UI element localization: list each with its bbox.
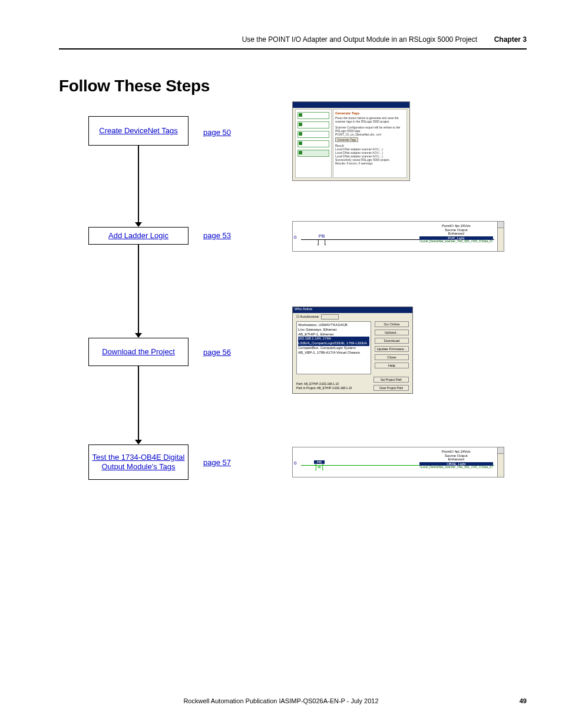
header-chapter: Chapter 3 [494, 35, 527, 44]
contact-label: PB [316, 233, 327, 239]
flow-step-download-project[interactable]: Download the Project [88, 338, 189, 366]
rung-number: 0 [294, 460, 296, 466]
flow-step-label: Test the 1734-OB4E Digital Output Module… [91, 453, 186, 472]
header-rule [59, 48, 527, 50]
clear-project-path-button[interactable]: Clear Project Path [373, 385, 409, 391]
flow-step-add-ladder-logic[interactable]: Add Ladder Logic [88, 227, 189, 245]
flow-step-label: Download the Project [102, 347, 175, 357]
rung-number: 0 [294, 235, 296, 240]
wizard-main-panel: Generate Tags Press the button below to … [333, 109, 407, 178]
flow-step-label: Create DeviceNet Tags [99, 126, 177, 136]
flow-arrowhead [135, 222, 142, 227]
flow-step-create-devicenet-tags[interactable]: Create DeviceNet Tags [88, 116, 189, 146]
window-titlebar: Who Active [293, 307, 412, 313]
wizard-step [297, 140, 329, 147]
page-number: 49 [520, 697, 527, 704]
flow-connector [138, 366, 139, 440]
rung-output-instr: PointIO 4pt 24Vdc Source Output Enhanced… [419, 224, 493, 243]
download-button[interactable]: Download [375, 338, 409, 344]
flow-arrowhead [135, 440, 142, 444]
running-header: Use the POINT I/O Adapter and Output Mod… [242, 35, 527, 44]
wizard-step [297, 121, 329, 129]
generate-tags-button[interactable]: Generate Tags [335, 137, 358, 142]
scrollbar[interactable] [497, 447, 504, 477]
instr-tag-long: <Local_DeviceNet_scanner_7AD_S01_OV0_O:D… [419, 466, 493, 469]
window-title: Who Active [295, 307, 312, 311]
window-titlebar [293, 102, 409, 108]
tree-node-selected[interactable]: 192.168.1.104, 1769-L32E/A_CompactLogix5… [298, 337, 369, 346]
screenshot-who-active: Who Active ☑ Autobrowse Workstation, USM… [292, 307, 413, 394]
rung-output-instr: PointIO 4pt 24Vdc Source Output Enhanced… [419, 450, 493, 469]
flow-arrowhead [135, 333, 142, 338]
publication-footer: Rockwell Automation Publication IASIMP-Q… [0, 697, 562, 704]
tree-node[interactable]: AB_VBP-1, 1789-A17/A Virtual Chassis [298, 351, 369, 355]
tree-node[interactable]: CompactBus, CompactLogix System [298, 346, 369, 351]
flow-step-label: Add Ladder Logic [108, 231, 168, 241]
set-project-path-button[interactable]: Set Project Path [373, 377, 409, 383]
screenshot-generate-tags: Generate Tags Press the button below to … [292, 101, 410, 181]
wizard-scanner-line: Scanner Configuration export will be wri… [335, 126, 405, 136]
screenshot-ladder-rung-test: 0 PB ]=[ PointIO 4pt 24Vdc Source Output… [292, 447, 504, 477]
wizard-step-active [297, 150, 329, 157]
flow-connector [138, 245, 139, 333]
page-title: Follow These Steps [59, 77, 210, 95]
refresh-button[interactable] [321, 314, 339, 319]
page-ref-link[interactable]: page 50 [203, 128, 231, 137]
go-online-button[interactable]: Go Online [375, 321, 409, 327]
update-firmware-button[interactable]: Update Firmware... [375, 346, 409, 352]
tree-node[interactable]: AB_ETHIP-1, Ethernet [298, 332, 369, 337]
scrollbar[interactable] [497, 222, 504, 251]
scroll-up-icon[interactable] [498, 447, 504, 454]
page-ref-link[interactable]: page 53 [203, 231, 231, 240]
flow-step-test-module-tags[interactable]: Test the 1734-OB4E Digital Output Module… [88, 444, 189, 480]
tree-node[interactable]: Linx Gateways, Ethernet [298, 328, 369, 332]
wizard-subtext: Press the button below to generate and s… [335, 116, 405, 123]
help-button[interactable]: Help [375, 363, 409, 368]
screenshot-ladder-rung: 0 PB ] [ PointIO 4pt 24Vdc Source Output… [292, 221, 504, 252]
xio-contact-icon: ]=[ [314, 464, 325, 470]
scroll-up-icon[interactable] [498, 222, 504, 228]
wizard-step [297, 131, 329, 138]
device-tree[interactable]: Workstation, USMAYTKAG4CB Linx Gateways,… [296, 321, 371, 374]
page-ref-link[interactable]: page 56 [203, 348, 231, 357]
autobrowse-checkbox[interactable]: ☑ Autobrowse [296, 314, 339, 319]
path-info: Path: AB_ETHIP-1\192.168.1.10 Path in Pr… [296, 382, 371, 390]
page-ref-link[interactable]: page 57 [203, 458, 231, 467]
close-button[interactable]: Close [375, 354, 409, 360]
flow-connector [138, 146, 139, 222]
wizard-steps-panel [295, 109, 332, 178]
tree-node[interactable]: Workstation, USMAYTKAG4CB [298, 323, 369, 328]
instr-tag-long: <Local_DeviceNet_scanner_7AD_S01_OV0_O:D… [419, 240, 493, 243]
wizard-heading: Generate Tags [335, 111, 405, 115]
wizard-result: Result: Local DNet adapter scanner AOI (… [335, 144, 405, 165]
upload-button[interactable]: Upload... [375, 330, 409, 335]
rung-contact: PB ] [ [316, 233, 327, 245]
header-section: Use the POINT I/O Adapter and Output Mod… [242, 35, 477, 44]
rung-contact: PB ]=[ [314, 460, 325, 470]
who-active-buttons: Go Online Upload... Download Update Firm… [375, 321, 409, 371]
wizard-step [297, 112, 329, 119]
xio-contact-icon: ] [ [316, 239, 327, 245]
